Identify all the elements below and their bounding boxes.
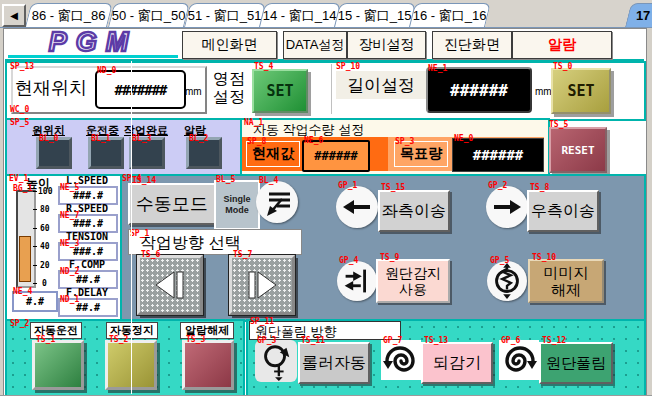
menu-alarm-button[interactable]: 알람 xyxy=(512,31,612,59)
length-display: ###### xyxy=(426,67,532,113)
length-set-button[interactable]: SET xyxy=(551,68,611,114)
direction-right-button[interactable] xyxy=(229,255,295,315)
tab-window-15[interactable]: 15 - 窗口_15 xyxy=(334,3,416,27)
tag-wc0: WC_0 xyxy=(10,106,29,114)
tag-gp7: GP_7 xyxy=(383,337,402,345)
tag-ts14: TS_14 xyxy=(132,177,156,185)
tag-ts3: TS_3 xyxy=(186,336,205,344)
tab-scroll-left-icon: ◀ xyxy=(10,10,18,21)
tag-ts4: TS_4 xyxy=(254,63,273,71)
tag-bl1: BL_1 xyxy=(91,135,110,143)
editor-guide-line xyxy=(131,61,132,394)
gauge-scale-0: 0 xyxy=(42,279,47,288)
current-position-unit: mm xyxy=(185,86,202,97)
fabric-detect-icon xyxy=(337,261,377,301)
right-feed-button[interactable]: 우측이송 xyxy=(527,190,599,232)
tag-ts1: TS_1 xyxy=(36,336,55,344)
tag-ts11: TS_11 xyxy=(301,337,325,345)
tag-sp8: SP_8 xyxy=(247,138,266,146)
target-qty-display[interactable]: ###### xyxy=(452,138,544,172)
tag-ne4: NE_4 xyxy=(13,288,32,296)
tab-window-16[interactable]: 16 - 窗口_16 xyxy=(409,3,491,27)
rewind-button[interactable]: 되감기 xyxy=(421,342,493,384)
gauge-scale-40: 40 xyxy=(40,242,50,251)
tag-ts5: TS_5 xyxy=(549,121,568,129)
pgm-logo: PGM xyxy=(10,30,176,55)
gauge-fill-bar xyxy=(19,236,31,282)
menu-diagnosis-button[interactable]: 진단화면 xyxy=(432,31,512,59)
tab-window-51[interactable]: 51 - 窗口_51 xyxy=(184,3,266,27)
fabric-detect-button[interactable]: 원단감지 사용 xyxy=(376,259,450,303)
gauge-tick xyxy=(33,209,37,210)
alarm-clear-button[interactable] xyxy=(182,340,234,390)
tag-nd1: ND_1 xyxy=(60,296,79,304)
reset-button[interactable]: RESET xyxy=(549,127,607,173)
gauge-scale-60: 60 xyxy=(40,224,50,233)
gauge-tick xyxy=(33,228,37,229)
tag-sp13: SP_13 xyxy=(10,63,34,71)
tag-ts15: TS_15 xyxy=(381,184,405,192)
gauge-tick xyxy=(33,283,37,284)
gauge-tick xyxy=(33,191,37,192)
tag-ts0: TS_0 xyxy=(553,63,572,71)
unwind-button[interactable]: 원단풀림 xyxy=(539,342,613,384)
menu-equipment-button[interactable]: 장비설정 xyxy=(347,31,426,59)
gauge-tick xyxy=(33,246,37,247)
tag-ne3: NE_3 xyxy=(60,240,79,248)
menu-main-button[interactable]: 메인화면 xyxy=(182,31,277,59)
left-feed-button[interactable]: 좌측이송 xyxy=(378,190,450,232)
tag-bl2: BL_2 xyxy=(189,135,208,143)
zero-set-label: 영점 설정 xyxy=(208,70,250,106)
tag-ts6: TS_6 xyxy=(141,251,160,259)
gauge-tick xyxy=(33,265,37,266)
release-button[interactable]: 미미지 해제 xyxy=(528,259,604,303)
direction-left-button[interactable] xyxy=(137,255,203,315)
tag-sp10: SP_10 xyxy=(336,63,360,71)
tab-window-14[interactable]: 14 - 窗口_14 xyxy=(259,3,341,27)
tag-gp1: GP_1 xyxy=(338,182,357,190)
menu-data-button[interactable]: DATA설정 xyxy=(283,31,347,59)
tag-nd0: ND_0 xyxy=(97,67,116,75)
tag-ts9: TS_9 xyxy=(380,254,399,262)
tag-gp6: GP_6 xyxy=(501,337,520,345)
tag-gp2: GP_2 xyxy=(488,182,507,190)
tag-ne6: NE_6 xyxy=(304,137,323,145)
tag-gp5: GP_5 xyxy=(490,257,509,265)
current-position-display: ####### xyxy=(95,70,186,109)
tab-scroll-left-button[interactable]: ◀ xyxy=(2,4,26,27)
bottom-strip xyxy=(0,395,652,408)
roller-auto-icon xyxy=(255,340,297,382)
tag-ne0: NE_0 xyxy=(454,135,473,143)
hmi-editor-screen: { "colors": { "teal_border": "#00b4ac", … xyxy=(0,0,652,408)
auto-run-button[interactable] xyxy=(32,340,84,390)
tag-bl3: BL_3 xyxy=(132,135,151,143)
length-unit: mm xyxy=(535,86,552,97)
tag-sp5: SP_5 xyxy=(10,119,29,127)
roller-auto-button[interactable]: 롤러자동 xyxy=(298,342,370,384)
zero-set-button[interactable]: SET xyxy=(252,69,308,113)
fabric-sensor-icon xyxy=(256,181,298,223)
tag-ts13: TS_13 xyxy=(424,337,448,345)
tag-ne7: NE_7 xyxy=(60,212,79,220)
logo-underline xyxy=(8,55,178,58)
right-feed-icon xyxy=(486,186,528,228)
tab-window-86[interactable]: 86 - 窗口_86 xyxy=(25,3,113,27)
tag-ts12: TS_12 xyxy=(542,337,566,345)
manual-mode-button[interactable]: 수동모드 xyxy=(128,183,216,225)
tag-gp3: GP_3 xyxy=(257,337,276,345)
tag-ne5: NE_5 xyxy=(60,184,79,192)
tag-ne1: NE_1 xyxy=(428,65,447,73)
gauge-scale-100: 100 xyxy=(38,187,52,196)
tab-window-50[interactable]: 50 - 窗口_50 xyxy=(108,3,190,27)
tag-gp4: GP_4 xyxy=(339,257,358,265)
release-icon xyxy=(487,261,527,301)
single-mode-indicator: Single Mode xyxy=(214,180,260,230)
tag-sp2: SP_2 xyxy=(10,320,29,328)
tag-sp3: SP_3 xyxy=(395,138,414,146)
length-set-label: 길이설정 xyxy=(336,71,426,99)
tag-bl5: BL_5 xyxy=(216,176,235,184)
tag-ts10: TS_10 xyxy=(532,254,556,262)
current-position-label: 현재위치 xyxy=(15,76,87,100)
tag-bl4: BL_4 xyxy=(259,177,278,185)
tag-bg1: BG_1 xyxy=(13,185,32,193)
